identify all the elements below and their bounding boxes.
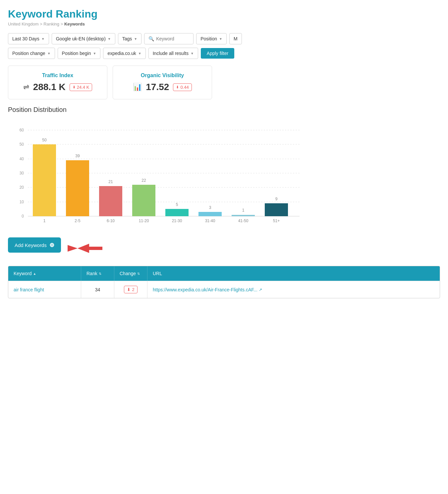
traffic-index-change: 24.4 K [77, 85, 89, 90]
breadcrumb-keywords: Keywords [64, 22, 85, 26]
url-cell[interactable]: https://www.expedia.co.uk/Air-France-Fli… [147, 281, 440, 298]
svg-text:20: 20 [20, 185, 24, 190]
svg-text:21-30: 21-30 [172, 219, 182, 223]
external-link-icon: ↗ [259, 287, 262, 292]
keyword-search-input[interactable] [156, 36, 189, 41]
th-rank-label: Rank [86, 271, 97, 276]
traffic-index-card: Traffic Index ⇌ 288.1 K ⬇ 24.4 K [8, 66, 107, 99]
down-arrow-icon: ⬇ [127, 287, 131, 292]
chevron-down-icon: ▼ [138, 52, 141, 55]
down-arrow-icon: ⬇ [73, 85, 76, 89]
organic-visibility-title: Organic Visibility [123, 73, 202, 78]
svg-text:30: 30 [20, 171, 24, 175]
svg-text:9: 9 [275, 197, 278, 201]
rank-cell: 34 [81, 281, 114, 298]
transfer-icon: ⇌ [23, 83, 29, 91]
position-distribution-chart: 60 50 40 30 20 10 0 50 1 [8, 124, 306, 223]
organic-visibility-card: Organic Visibility 📊 17.52 ⬇ 0.44 [113, 66, 212, 99]
position-change-label: Position change [12, 51, 45, 56]
change-value: 2 [132, 287, 134, 292]
include-results-filter[interactable]: Include all results ▼ [148, 48, 198, 59]
bar-2-5 [66, 160, 89, 216]
page-title: Keyword Ranking [8, 8, 440, 20]
svg-text:21: 21 [108, 179, 113, 184]
bar-1 [33, 144, 56, 216]
tags-filter[interactable]: Tags ▼ [118, 33, 141, 44]
bar-chart-icon: 📊 [133, 83, 142, 91]
chevron-down-icon: ▼ [41, 37, 45, 41]
search-icon: 🔍 [148, 36, 154, 41]
svg-text:11-20: 11-20 [139, 219, 149, 223]
domain-filter[interactable]: expedia.co.uk ▼ [103, 48, 145, 59]
more-label: M [234, 36, 238, 41]
add-keywords-row: Add Keywords ⊕ [8, 237, 440, 259]
breadcrumb-ranking: Ranking [43, 22, 59, 26]
url-text: https://www.expedia.co.uk/Air-France-Fli… [153, 287, 257, 292]
svg-text:41-50: 41-50 [238, 219, 249, 223]
position-label: Position [200, 36, 217, 41]
keyword-search-input-wrapper: 🔍 [144, 33, 194, 44]
search-engine-filter[interactable]: Google uk-EN (desktop) ▼ [52, 33, 115, 44]
sort-icon: ⇅ [137, 272, 140, 275]
chevron-down-icon: ▼ [93, 52, 96, 55]
position-begin-label: Position begin [62, 51, 91, 56]
domain-label: expedia.co.uk [107, 51, 136, 56]
traffic-index-title: Traffic Index [18, 73, 97, 78]
down-arrow-icon: ⬇ [176, 85, 179, 89]
chevron-down-icon: ▼ [191, 52, 194, 55]
change-cell: ⬇ 2 [114, 281, 147, 298]
chart-title: Position Distribution [8, 106, 440, 114]
chevron-down-icon: ▼ [219, 37, 222, 41]
add-keywords-label: Add Keywords [15, 242, 47, 248]
position-filter[interactable]: Position ▼ [196, 33, 227, 44]
add-keywords-button[interactable]: Add Keywords ⊕ [8, 237, 61, 253]
svg-text:40: 40 [20, 157, 24, 161]
svg-text:22: 22 [141, 178, 146, 183]
traffic-index-value: 288.1 K [33, 82, 66, 92]
svg-text:2-5: 2-5 [75, 219, 81, 223]
breadcrumb: United Kingdom > Ranking > Keywords [8, 22, 440, 26]
keywords-table: Keyword ▲ Rank ⇅ Change ⇅ URL air france… [8, 266, 440, 298]
red-arrow [64, 242, 104, 254]
search-engine-label: Google uk-EN (desktop) [56, 36, 106, 41]
svg-text:0: 0 [22, 214, 24, 219]
organic-visibility-value: 17.52 [146, 82, 169, 92]
plus-icon: ⊕ [49, 241, 54, 249]
apply-filters-button[interactable]: Apply filter [201, 48, 234, 59]
table-header: Keyword ▲ Rank ⇅ Change ⇅ URL [8, 266, 440, 281]
chevron-down-icon: ▼ [108, 37, 111, 41]
traffic-index-change-badge: ⬇ 24.4 K [70, 83, 92, 91]
svg-text:3: 3 [209, 205, 211, 210]
metrics-row: Traffic Index ⇌ 288.1 K ⬇ 24.4 K Organic… [8, 66, 440, 99]
bar-51-plus [265, 203, 288, 216]
filter-row-1: Last 30 Days ▼ Google uk-EN (desktop) ▼ … [8, 33, 440, 44]
date-range-filter[interactable]: Last 30 Days ▼ [8, 33, 49, 44]
more-filter[interactable]: M [229, 33, 242, 44]
change-badge: ⬇ 2 [124, 286, 137, 293]
include-results-label: Include all results [153, 51, 189, 56]
tags-label: Tags [122, 36, 132, 41]
position-begin-filter[interactable]: Position begin ▼ [58, 48, 101, 59]
keyword-cell[interactable]: air france flight [8, 281, 81, 298]
svg-text:5: 5 [176, 202, 178, 207]
th-keyword[interactable]: Keyword ▲ [8, 266, 81, 281]
svg-text:1: 1 [242, 208, 245, 213]
svg-text:50: 50 [20, 142, 24, 147]
th-change-label: Change [120, 271, 136, 276]
th-url: URL [147, 266, 440, 281]
svg-text:1: 1 [43, 219, 46, 223]
svg-text:51+: 51+ [273, 219, 280, 223]
svg-text:60: 60 [20, 128, 24, 132]
bar-11-20 [132, 185, 155, 216]
th-change[interactable]: Change ⇅ [114, 266, 147, 281]
position-change-filter[interactable]: Position change ▼ [8, 48, 55, 59]
th-rank[interactable]: Rank ⇅ [81, 266, 114, 281]
chevron-down-icon: ▼ [134, 37, 137, 41]
svg-text:10: 10 [20, 200, 24, 204]
position-distribution-section: Position Distribution 60 50 40 30 20 10 … [8, 106, 440, 227]
svg-marker-31 [68, 245, 78, 252]
th-url-label: URL [153, 271, 162, 276]
svg-text:50: 50 [42, 138, 47, 142]
breadcrumb-country: United Kingdom [8, 22, 39, 26]
svg-text:31-40: 31-40 [205, 219, 215, 223]
